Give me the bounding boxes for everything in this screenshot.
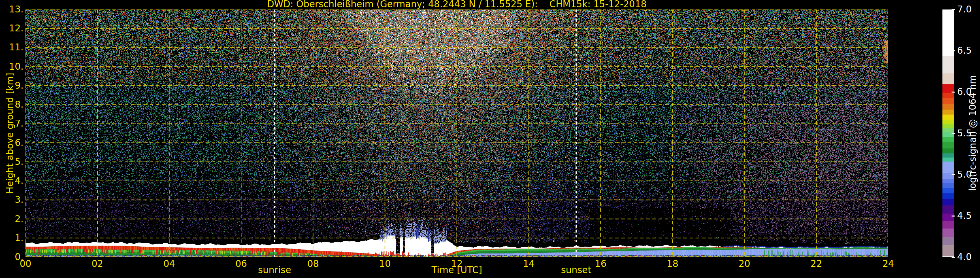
y-tick-label: 11.: [0, 42, 24, 53]
colorbar-tick-label: 5.5: [957, 128, 980, 139]
y-tick-label: 2.: [0, 214, 24, 225]
colorbar-tick-label: 7.0: [957, 4, 980, 15]
figure: DWD: Oberschleißheim (Germany; 48.2443 N…: [0, 0, 980, 278]
colorbar-tick-mark: [951, 257, 955, 258]
colorbar-tick-mark: [951, 174, 955, 175]
colorbar-tick-mark: [951, 216, 955, 217]
colorbar-tick-mark: [951, 133, 955, 134]
x-tick-label: 16: [586, 258, 616, 270]
y-tick-label: 12.: [0, 23, 24, 34]
colorbar-tick-label: 4.0: [957, 251, 980, 263]
y-tick-label: 13.: [0, 4, 24, 15]
x-tick-label: 12: [442, 258, 472, 270]
x-tick-label: 08: [298, 258, 328, 270]
colorbar-tick-mark: [951, 50, 955, 51]
colorbar-tick-label: 6.5: [957, 45, 980, 56]
heatmap-plot-area: [25, 10, 888, 257]
y-tick-label: 9.: [0, 80, 24, 91]
x-tick-label: 06: [226, 258, 256, 270]
y-tick-label: 7.: [0, 118, 24, 129]
x-tick-label: 02: [83, 258, 112, 270]
x-tick-label: 04: [154, 258, 184, 270]
x-tick-label: 00: [11, 258, 40, 270]
y-tick-label: 1.: [0, 233, 24, 244]
colorbar-tick-mark: [951, 9, 955, 10]
x-tick-label: 10: [370, 258, 399, 270]
colorbar-tick-mark: [951, 91, 955, 93]
x-tick-label: 18: [658, 258, 687, 270]
y-tick-label: 10.: [0, 61, 24, 72]
y-tick-label: 4.: [0, 175, 24, 187]
colorbar-tick-label: 6.0: [957, 86, 980, 97]
y-tick-label: 8.: [0, 99, 24, 110]
y-tick-label: 5.: [0, 157, 24, 168]
y-tick-label: 6.: [0, 137, 24, 149]
x-tick-label: 22: [802, 258, 831, 270]
x-tick-label: 24: [873, 258, 903, 270]
y-tick-label: 3.: [0, 194, 24, 205]
chart-title: DWD: Oberschleißheim (Germany; 48.2443 N…: [25, 0, 888, 10]
x-tick-label: 20: [730, 258, 759, 270]
colorbar-tick-label: 4.5: [957, 210, 980, 221]
colorbar-tick-label: 5.0: [957, 169, 980, 180]
x-tick-label: 14: [514, 258, 544, 270]
